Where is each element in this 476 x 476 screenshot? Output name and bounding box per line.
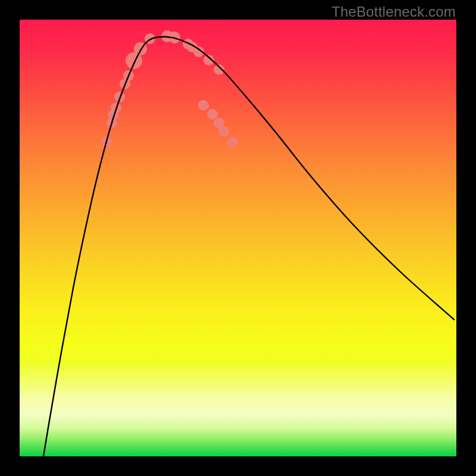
marker-dot <box>214 118 224 129</box>
curve-layer <box>20 20 456 456</box>
marker-dot <box>198 100 209 111</box>
plot-area <box>20 20 456 456</box>
chart-stage: TheBottleneck.com <box>0 0 476 476</box>
bottleneck-curve <box>40 37 454 456</box>
marker-dot <box>207 109 218 120</box>
highlight-markers <box>101 30 238 148</box>
marker-dot <box>227 137 238 148</box>
watermark-text: TheBottleneck.com <box>331 4 456 20</box>
